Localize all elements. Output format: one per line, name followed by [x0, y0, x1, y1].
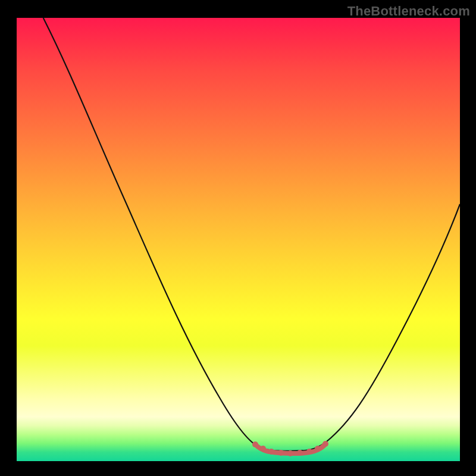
optimal-region-dots — [252, 441, 328, 456]
watermark-text: TheBottleneck.com — [347, 4, 470, 19]
svg-point-5 — [297, 450, 303, 456]
svg-point-7 — [315, 446, 321, 452]
svg-point-3 — [278, 450, 284, 456]
svg-point-2 — [268, 449, 274, 455]
svg-point-1 — [260, 446, 266, 452]
svg-point-0 — [252, 441, 258, 447]
svg-point-8 — [322, 441, 328, 447]
svg-point-4 — [287, 450, 293, 456]
plot-area — [17, 18, 460, 461]
bottleneck-curve — [43, 18, 460, 451]
svg-point-6 — [306, 449, 312, 455]
chart-svg — [17, 18, 460, 461]
chart-frame: TheBottleneck.com — [0, 0, 476, 476]
